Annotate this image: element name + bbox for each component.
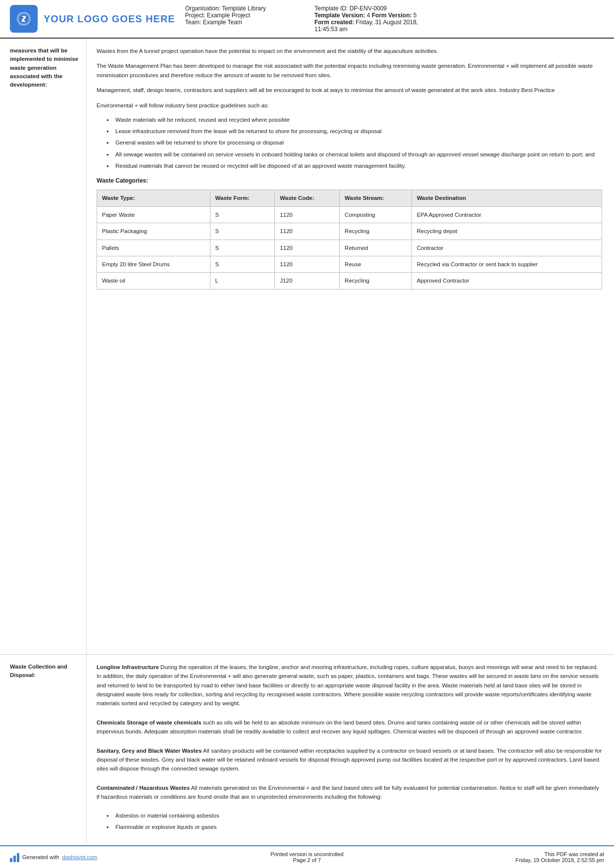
table-cell: Recycling bbox=[340, 223, 412, 240]
bar-2 bbox=[13, 856, 16, 862]
lower-para-bold-0: Longline Infrastructure bbox=[97, 664, 159, 670]
table-cell: Plastic Packaging bbox=[97, 223, 210, 240]
template-version-value: 4 bbox=[367, 12, 372, 19]
table-cell: 1120 bbox=[275, 206, 340, 223]
intro-para-4: Environmental + will follow industry bes… bbox=[97, 101, 602, 110]
footer-right-line2: Friday, 19 October 2018, 2:52:55 pm bbox=[412, 857, 604, 863]
header-meta: Organisation: Template Library Project: … bbox=[185, 5, 424, 33]
table-header-cell: Waste Form: bbox=[210, 190, 275, 206]
footer-center-line2: Page 2 of 7 bbox=[211, 857, 403, 863]
table-row: PalletsS1120ReturnedContractor bbox=[97, 240, 602, 256]
org-label: Organisation: bbox=[185, 5, 220, 12]
table-cell: 1120 bbox=[275, 223, 340, 240]
table-row: Empty 20 litre Steel DrumsS1120ReuseRecy… bbox=[97, 256, 602, 272]
table-cell: Recycling depot bbox=[411, 223, 602, 240]
lower-para-3: Contaminated / Hazardous Wastes All mate… bbox=[97, 783, 602, 802]
template-id-value: DP-ENV-0009 bbox=[350, 5, 387, 12]
generated-text: Generated with bbox=[22, 854, 59, 860]
table-cell: 1120 bbox=[275, 240, 340, 256]
project-value: Example Project bbox=[207, 12, 250, 19]
page: YOUR LOGO GOES HERE Organisation: Templa… bbox=[0, 0, 614, 868]
footer-logo: Generated with dashpivot.com bbox=[10, 852, 98, 862]
footer-link[interactable]: dashpivot.com bbox=[62, 854, 98, 860]
guidelines-list: Waste materials will be reduced, reused … bbox=[106, 116, 602, 170]
lower-para-bold-1: Chemicals Storage of waste chemicals bbox=[97, 720, 202, 725]
lower-section: Waste Collection and Disposal: Longline … bbox=[0, 654, 614, 845]
table-cell: Pallets bbox=[97, 240, 210, 256]
list-item: Residual materials that cannot be reused… bbox=[106, 162, 602, 170]
form-version-value: 5 bbox=[413, 12, 417, 19]
org-row: Organisation: Template Library bbox=[185, 5, 295, 12]
logo-icon bbox=[10, 5, 38, 33]
footer-center: Printed version is uncontrolled Page 2 o… bbox=[211, 851, 403, 863]
table-row: Waste oilLJ120RecyclingApproved Contract… bbox=[97, 273, 602, 289]
org-value: Template Library bbox=[222, 5, 266, 12]
waste-table-head: Waste Type:Waste Form:Waste Code:Waste S… bbox=[97, 190, 602, 206]
waste-table-body: Paper WasteS1120CompostingEPA Approved C… bbox=[97, 206, 602, 289]
table-cell: L bbox=[210, 273, 275, 289]
waste-categories-label: Waste Categories: bbox=[97, 176, 602, 186]
table-cell: S bbox=[210, 223, 275, 240]
header-meta-left: Organisation: Template Library Project: … bbox=[185, 5, 295, 33]
lower-para-bold-3: Contaminated / Hazardous Wastes bbox=[97, 785, 190, 791]
team-row: Team: Example Team bbox=[185, 19, 295, 26]
table-cell: S bbox=[210, 206, 275, 223]
table-cell: Paper Waste bbox=[97, 206, 210, 223]
list-item: General wastes will be returned to shore… bbox=[106, 139, 602, 147]
table-cell: Approved Contractor bbox=[411, 273, 602, 289]
lower-para-1: Chemicals Storage of waste chemicals suc… bbox=[97, 718, 602, 736]
lower-para-0: Longline Infrastructure During the opera… bbox=[97, 663, 602, 708]
table-cell: Composting bbox=[340, 206, 412, 223]
team-label: Team: bbox=[185, 19, 202, 26]
waste-table: Waste Type:Waste Form:Waste Code:Waste S… bbox=[97, 190, 602, 289]
list-item: Asbestos or material containing asbestos bbox=[106, 812, 602, 820]
lower-para-2: Sanitary, Grey and Black Water Wastes Al… bbox=[97, 746, 602, 773]
form-created-label: Form created: bbox=[314, 19, 356, 26]
table-cell: Contractor bbox=[411, 240, 602, 256]
logo-text: YOUR LOGO GOES HERE bbox=[44, 13, 175, 25]
table-cell: Empty 20 litre Steel Drums bbox=[97, 256, 210, 272]
header-meta-right: Template ID: DP-ENV-0009 Template Versio… bbox=[314, 5, 424, 33]
table-cell: Reuse bbox=[340, 256, 412, 272]
table-header-cell: Waste Type: bbox=[97, 190, 210, 206]
bar-3 bbox=[17, 853, 19, 862]
table-header-cell: Waste Destination bbox=[411, 190, 602, 206]
template-id-label: Template ID: bbox=[314, 5, 348, 12]
lower-para-bold-2: Sanitary, Grey and Black Water Wastes bbox=[97, 748, 202, 754]
table-cell: Returned bbox=[340, 240, 412, 256]
list-item: Lease infrastructure removed from the le… bbox=[106, 127, 602, 136]
footer-right: This PDF was created at Friday, 19 Octob… bbox=[412, 851, 604, 863]
table-cell: 1120 bbox=[275, 256, 340, 272]
project-label: Project: bbox=[185, 12, 205, 19]
table-cell: Waste oil bbox=[97, 273, 210, 289]
table-header-cell: Waste Stream: bbox=[340, 190, 412, 206]
table-row: Paper WasteS1120CompostingEPA Approved C… bbox=[97, 206, 602, 223]
waste-table-header-row: Waste Type:Waste Form:Waste Code:Waste S… bbox=[97, 190, 602, 206]
right-column: Wastes from the A tunnel project operati… bbox=[87, 39, 614, 654]
template-id-row: Template ID: DP-ENV-0009 bbox=[314, 5, 424, 12]
logo-svg bbox=[15, 10, 33, 28]
list-item: All sewage wastes will be contained on s… bbox=[106, 150, 602, 159]
table-cell: Recycling bbox=[340, 273, 412, 289]
template-version-label: Template Version: bbox=[314, 12, 367, 19]
footer-center-line1: Printed version is uncontrolled bbox=[211, 851, 403, 857]
hazardous-list: Asbestos or material containing asbestos… bbox=[106, 812, 602, 832]
intro-para-3: Management, staff, design teams, contrac… bbox=[97, 86, 602, 95]
form-created-row: Form created: Friday, 31 August 2018, 11… bbox=[314, 19, 424, 33]
lower-left-col: Waste Collection and Disposal: bbox=[0, 655, 87, 845]
lower-right-col: Longline Infrastructure During the opera… bbox=[87, 655, 614, 845]
table-cell: Recycled via Contractor or sent back to … bbox=[411, 256, 602, 272]
form-version-label: Form Version: bbox=[372, 12, 413, 19]
footer-bars-icon bbox=[10, 852, 19, 862]
team-value: Example Team bbox=[203, 19, 242, 26]
list-item: Waste materials will be reduced, reused … bbox=[106, 116, 602, 124]
left-column: measures that will be implemented to min… bbox=[0, 39, 87, 654]
lower-para-text-0: During the operation of the leases, the … bbox=[97, 664, 599, 707]
footer: Generated with dashpivot.com Printed ver… bbox=[0, 845, 614, 868]
table-row: Plastic PackagingS1120RecyclingRecycling… bbox=[97, 223, 602, 240]
table-header-cell: Waste Code: bbox=[275, 190, 340, 206]
left-col-text: measures that will be implemented to min… bbox=[10, 48, 78, 88]
logo-area: YOUR LOGO GOES HERE bbox=[10, 5, 175, 33]
lower-left-label: Waste Collection and Disposal: bbox=[10, 664, 67, 678]
table-cell: S bbox=[210, 256, 275, 272]
